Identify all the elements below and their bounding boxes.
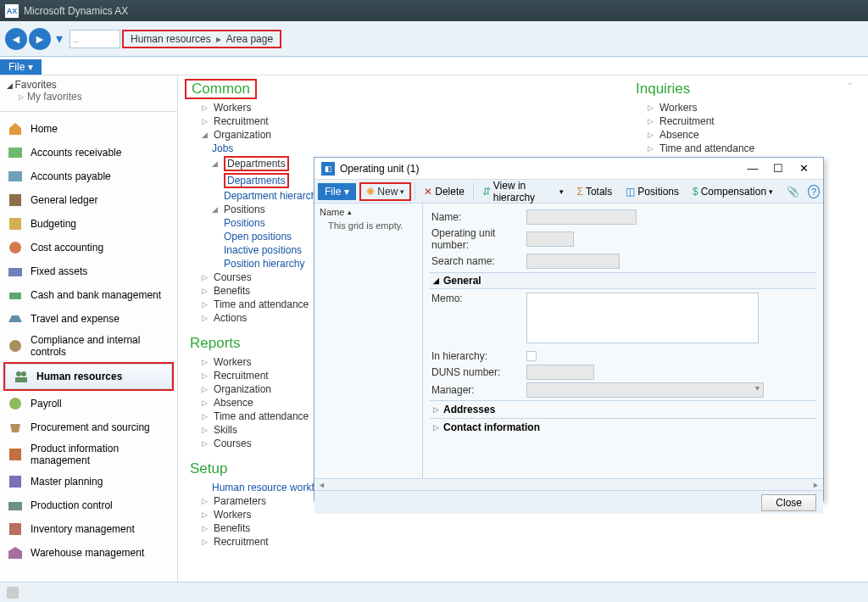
memo-field[interactable] <box>526 293 759 343</box>
maximize-button[interactable]: ☐ <box>765 162 791 175</box>
module-accounts-payable[interactable]: Accounts payable <box>0 164 177 188</box>
delete-icon: ✕ <box>424 186 432 198</box>
dialog-footer: Close <box>314 490 823 514</box>
setup-benefits[interactable]: ▷Benefits <box>190 521 617 535</box>
tree-recruitment[interactable]: ▷Recruitment <box>190 114 617 128</box>
compensation-button[interactable]: $Compensation▾ <box>687 186 778 198</box>
module-compliance[interactable]: Compliance and internal controls <box>0 331 177 361</box>
module-cost-accounting[interactable]: Cost accounting <box>0 236 177 259</box>
module-master-planning[interactable]: Master planning <box>0 470 177 493</box>
svg-point-11 <box>9 398 21 410</box>
file-menu-label: File <box>8 61 25 73</box>
general-section-header[interactable]: ◢General <box>430 272 816 289</box>
breadcrumb[interactable]: Human resources ▸ Area page <box>122 30 281 48</box>
inquiry-recruitment[interactable]: ▷Recruitment <box>636 114 861 128</box>
operating-unit-number-field[interactable] <box>526 231 574 247</box>
status-icon <box>7 587 19 599</box>
new-button[interactable]: ✺New▾ <box>361 184 409 199</box>
delete-button[interactable]: ✕Delete <box>419 186 470 198</box>
module-procurement[interactable]: Procurement and sourcing <box>0 415 177 439</box>
module-general-ledger[interactable]: General ledger <box>0 188 177 212</box>
help-button[interactable]: ? <box>808 185 820 198</box>
file-menu-button[interactable]: File ▾ <box>0 59 42 75</box>
module-payroll[interactable]: Payroll <box>0 392 177 415</box>
tree-jobs[interactable]: Jobs <box>190 142 617 155</box>
duns-label: DUNS number: <box>430 366 526 378</box>
manager-dropdown[interactable] <box>526 382 764 398</box>
collapse-icon: ◢ <box>433 276 439 285</box>
module-list: Home Accounts receivable Accounts payabl… <box>0 117 177 565</box>
hierarchy-icon: ⇵ <box>482 186 491 198</box>
totals-icon: Σ <box>577 186 583 198</box>
common-header: Common <box>186 79 255 98</box>
ribbon-bar: File ▾ <box>0 57 868 75</box>
dialog-title: Operating unit (1) <box>340 163 419 175</box>
module-production-control[interactable]: Production control <box>0 493 177 517</box>
contact-info-section[interactable]: ▷Contact information <box>430 418 816 436</box>
dialog-file-menu[interactable]: File▾ <box>318 183 356 200</box>
grid-empty-text: This grid is empty. <box>320 217 417 234</box>
svg-rect-1 <box>8 171 22 181</box>
grid-header-name[interactable]: Name ▴ <box>320 207 417 217</box>
minimize-button[interactable]: — <box>740 162 765 175</box>
opunit-label: Operating unit number: <box>430 227 526 251</box>
inquiry-absence[interactable]: ▷Absence <box>636 128 861 142</box>
address-input[interactable] <box>70 30 120 48</box>
module-cash-bank[interactable]: Cash and bank management <box>0 283 177 307</box>
dropdown-icon[interactable]: ▾ <box>56 31 63 47</box>
svg-rect-2 <box>9 194 21 206</box>
tree-organization[interactable]: ◢Organization <box>190 128 617 142</box>
search-name-field[interactable] <box>526 254 620 269</box>
module-travel-expense[interactable]: Travel and expense <box>0 307 177 331</box>
svg-rect-15 <box>9 523 21 535</box>
breadcrumb-part1: Human resources <box>131 33 211 45</box>
dialog-titlebar[interactable]: ◧ Operating unit (1) — ☐ ✕ <box>314 158 823 180</box>
collapse-icon[interactable]: ⌃ <box>846 81 854 92</box>
breadcrumb-part2: Area page <box>226 33 273 45</box>
chevron-down-icon: ▾ <box>559 187 564 196</box>
module-budgeting[interactable]: Budgeting <box>0 212 177 236</box>
operating-unit-dialog: ◧ Operating unit (1) — ☐ ✕ File▾ ✺New▾ ✕… <box>314 157 824 501</box>
inquiry-time-attendance[interactable]: ▷Time and attendance <box>636 142 861 155</box>
navigation-pane: Favorites My favorites Home Accounts rec… <box>0 75 178 582</box>
dialog-scrollbar[interactable]: ◄► <box>314 478 823 490</box>
favorites-header[interactable]: Favorites <box>7 79 170 91</box>
inquiries-header: Inquiries <box>631 79 861 99</box>
star-icon: ✺ <box>366 186 375 198</box>
inhierarchy-label: In hierarchy: <box>430 350 526 362</box>
module-home[interactable]: Home <box>0 117 177 141</box>
close-x-button[interactable]: ✕ <box>791 162 816 175</box>
nav-forward-button[interactable]: ► <box>29 28 51 50</box>
view-hierarchy-button[interactable]: ⇵View in hierarchy▾ <box>477 180 569 203</box>
module-human-resources[interactable]: Human resources <box>5 364 172 389</box>
attach-button[interactable]: 📎 <box>782 186 804 198</box>
tree-workers[interactable]: ▷Workers <box>190 101 617 114</box>
svg-point-4 <box>9 242 21 254</box>
status-bar <box>0 582 868 602</box>
app-logo-icon: AX <box>5 4 19 18</box>
expand-icon: ▷ <box>433 423 439 432</box>
positions-button[interactable]: ◫Positions <box>620 186 684 198</box>
in-hierarchy-checkbox[interactable] <box>526 351 537 361</box>
module-product-info[interactable]: Product information management <box>0 439 177 470</box>
module-warehouse[interactable]: Warehouse management <box>0 541 177 565</box>
addresses-section[interactable]: ▷Addresses <box>430 400 816 418</box>
inquiry-workers[interactable]: ▷Workers <box>636 101 861 114</box>
module-fixed-assets[interactable]: Fixed assets <box>0 259 177 283</box>
svg-rect-12 <box>9 449 21 460</box>
my-favorites-item[interactable]: My favorites <box>7 91 170 103</box>
nav-back-button[interactable]: ◄ <box>5 28 27 50</box>
duns-number-field[interactable] <box>526 365 594 380</box>
close-button[interactable]: Close <box>761 494 816 511</box>
positions-icon: ◫ <box>626 186 635 198</box>
setup-recruitment[interactable]: ▷Recruitment <box>190 535 617 549</box>
expand-icon: ▷ <box>433 405 439 414</box>
sort-asc-icon: ▴ <box>348 208 352 216</box>
name-field[interactable] <box>526 209 637 225</box>
chevron-down-icon: ▾ <box>769 187 773 196</box>
module-inventory[interactable]: Inventory management <box>0 517 177 541</box>
svg-rect-10 <box>15 377 27 382</box>
dialog-form: Name: Operating unit number: Search name… <box>423 203 823 478</box>
module-accounts-receivable[interactable]: Accounts receivable <box>0 141 177 164</box>
totals-button[interactable]: ΣTotals <box>572 186 618 198</box>
